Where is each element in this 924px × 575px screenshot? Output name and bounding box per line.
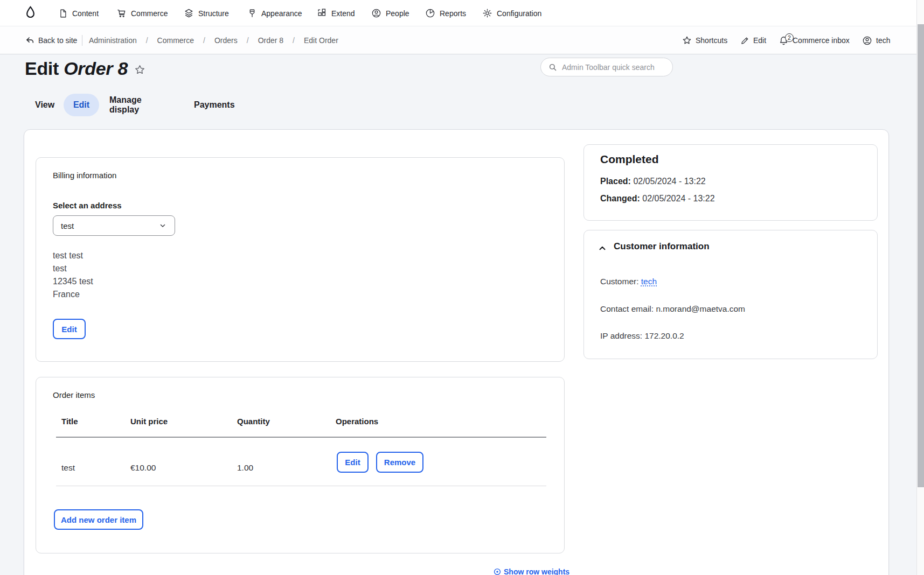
- breadcrumb-orders[interactable]: Orders: [214, 36, 238, 45]
- select-address-label: Select an address: [53, 201, 122, 210]
- page-scrollbar[interactable]: [916, 0, 924, 575]
- edit-mode-label: Edit: [753, 36, 766, 45]
- menu-configuration[interactable]: Configuration: [482, 0, 541, 26]
- page-title: Edit Order 8: [25, 58, 145, 79]
- breadcrumb-administration[interactable]: Administration: [89, 36, 137, 45]
- tab-manage-display[interactable]: Manage display: [109, 94, 142, 116]
- row-quantity: 1.00: [237, 457, 253, 479]
- menu-structure[interactable]: Structure: [184, 0, 229, 26]
- search-input[interactable]: [562, 63, 662, 72]
- commerce-inbox-label: Commerce inbox: [793, 36, 850, 45]
- changed-value: 02/05/2024 - 13:22: [642, 194, 714, 203]
- breadcrumb-order-8[interactable]: Order 8: [258, 36, 283, 45]
- search-icon: [548, 63, 557, 72]
- person-circle-icon: [371, 8, 381, 18]
- address-select[interactable]: test: [53, 215, 175, 236]
- contact-email-value: n.morand@maetva.com: [656, 304, 745, 313]
- col-operations: Operations: [336, 417, 378, 426]
- add-order-item-button[interactable]: Add new order item: [54, 509, 143, 530]
- gear-icon: [482, 8, 492, 18]
- edit-address-button[interactable]: Edit: [53, 319, 86, 339]
- billing-address: test test test 12345 test France: [53, 249, 93, 301]
- menu-people-label: People: [386, 9, 409, 18]
- billing-information-section: Billing information Select an address te…: [36, 157, 565, 362]
- shortcuts-label: Shortcuts: [696, 36, 727, 45]
- address-country: France: [53, 288, 93, 301]
- paintbrush-icon: [247, 9, 257, 18]
- shortcuts-button[interactable]: Shortcuts: [682, 26, 727, 54]
- customer-link[interactable]: tech: [641, 277, 657, 286]
- menu-extend[interactable]: Extend: [317, 0, 355, 26]
- back-arrow-icon: [25, 36, 34, 45]
- menu-reports-label: Reports: [440, 9, 466, 18]
- col-unit-price: Unit price: [130, 417, 168, 426]
- row-edit-button[interactable]: Edit: [337, 452, 369, 473]
- cart-icon: [116, 8, 127, 18]
- menu-appearance-label: Appearance: [261, 9, 302, 18]
- row-remove-button[interactable]: Remove: [376, 452, 423, 473]
- col-title: Title: [61, 417, 78, 426]
- ip-address-value: 172.20.0.2: [644, 331, 684, 340]
- address-select-value: test: [61, 221, 74, 230]
- order-items-legend: Order items: [53, 390, 95, 399]
- edit-mode-button[interactable]: Edit: [740, 26, 766, 54]
- chevron-up-icon[interactable]: [598, 243, 607, 253]
- customer-information-card: Customer information Customer: tech Cont…: [583, 230, 878, 359]
- customer-info-title: Customer information: [614, 241, 710, 252]
- menu-content[interactable]: Content: [58, 0, 99, 26]
- breadcrumb: Administration / Commerce / Orders / Ord…: [89, 26, 338, 54]
- billing-legend: Billing information: [53, 171, 116, 180]
- back-to-site-link[interactable]: Back to site: [25, 26, 77, 54]
- changed-line: Changed: 02/05/2024 - 13:22: [600, 194, 715, 204]
- chevron-down-icon: [158, 221, 167, 230]
- pie-chart-icon: [425, 8, 435, 18]
- order-status-card: Completed Placed: 02/05/2024 - 13:22 Cha…: [583, 144, 878, 221]
- customer-line: Customer: tech: [600, 277, 657, 286]
- address-city: 12345 test: [53, 275, 93, 288]
- contact-email-line: Contact email: n.morand@maetva.com: [600, 304, 745, 314]
- menu-commerce-label: Commerce: [131, 9, 168, 18]
- scrollbar-thumb[interactable]: [918, 24, 924, 487]
- layers-icon: [184, 8, 194, 18]
- row-title: test: [61, 457, 75, 479]
- tab-edit[interactable]: Edit: [64, 94, 99, 116]
- col-quantity: Quantity: [237, 417, 270, 426]
- user-icon: [862, 36, 872, 46]
- address-name: test test: [53, 249, 93, 262]
- page-title-entity: Order 8: [64, 58, 128, 79]
- breadcrumb-bar: Back to site Administration / Commerce /…: [0, 26, 916, 54]
- breadcrumb-edit-order: Edit Order: [304, 36, 338, 45]
- tab-view[interactable]: View: [35, 94, 54, 116]
- show-row-weights-link[interactable]: Show row weights: [494, 567, 569, 575]
- user-label: tech: [876, 36, 890, 45]
- divider: [82, 35, 82, 46]
- file-icon: [58, 9, 68, 18]
- menu-people[interactable]: People: [371, 0, 409, 26]
- menu-structure-label: Structure: [198, 9, 229, 18]
- menu-appearance[interactable]: Appearance: [247, 0, 302, 26]
- table-header-rule: [56, 437, 546, 438]
- breadcrumb-commerce[interactable]: Commerce: [157, 36, 194, 45]
- menu-commerce[interactable]: Commerce: [116, 0, 168, 26]
- modules-icon: [317, 8, 327, 18]
- status-badge: Completed: [600, 153, 659, 166]
- menu-content-label: Content: [72, 9, 99, 18]
- star-icon: [682, 36, 692, 45]
- placed-line: Placed: 02/05/2024 - 13:22: [600, 177, 706, 186]
- back-to-site-label: Back to site: [38, 36, 77, 45]
- page-title-action: Edit: [25, 58, 59, 79]
- row-unit-price: €10.00: [130, 457, 156, 479]
- user-menu[interactable]: tech: [862, 26, 890, 54]
- inbox-count-badge: 2: [785, 33, 794, 42]
- address-street: test: [53, 262, 93, 275]
- menu-reports[interactable]: Reports: [425, 0, 466, 26]
- admin-toolbar: Content Commerce Structure Appearance Ex…: [0, 0, 916, 26]
- tab-payments[interactable]: Payments: [194, 94, 235, 116]
- placed-value: 02/05/2024 - 13:22: [633, 177, 705, 186]
- drupal-logo-icon[interactable]: [24, 0, 37, 26]
- admin-search[interactable]: [540, 58, 673, 76]
- favorite-star-icon[interactable]: [134, 64, 145, 75]
- show-icon: [494, 568, 501, 575]
- ip-address-line: IP address: 172.20.0.2: [600, 331, 684, 341]
- menu-extend-label: Extend: [331, 9, 355, 18]
